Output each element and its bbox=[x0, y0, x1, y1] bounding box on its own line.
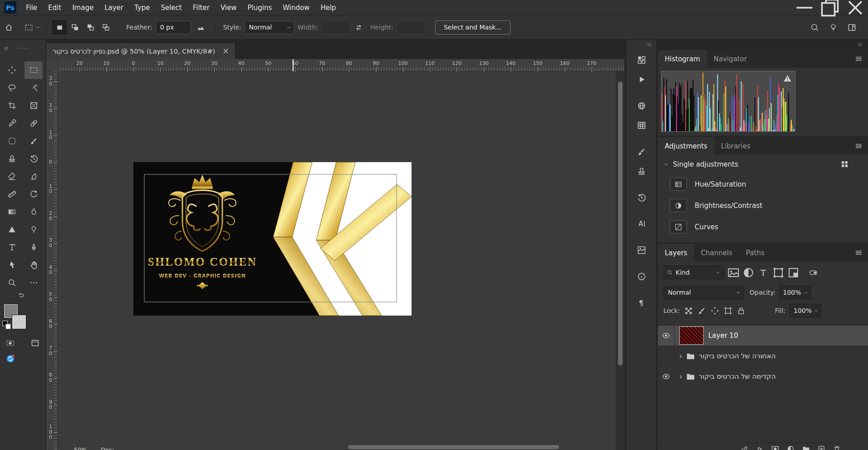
vertical-scrollbar[interactable] bbox=[616, 71, 624, 450]
group-expand-chevron-icon[interactable]: › bbox=[679, 352, 682, 360]
feather-input[interactable]: 0 px bbox=[156, 21, 191, 34]
adjustments-tab-libraries[interactable]: Libraries bbox=[714, 137, 757, 155]
crop-tool[interactable] bbox=[3, 97, 21, 114]
adjustment-item-2[interactable]: Curves bbox=[658, 216, 868, 237]
filter-adjustment-layers-icon[interactable] bbox=[742, 267, 755, 279]
restore-button[interactable] bbox=[817, 0, 843, 15]
canvas-area[interactable]: SHLOMO COHEN WEB DEV - GRAPHIC DESIGN 50… bbox=[58, 71, 616, 450]
style-select[interactable]: Normal bbox=[245, 21, 294, 34]
color-table-panel[interactable] bbox=[627, 115, 656, 135]
filter-smart-objects-icon[interactable] bbox=[787, 267, 799, 279]
new-layer-icon[interactable] bbox=[818, 445, 825, 450]
layers-tab-channels[interactable]: Channels bbox=[694, 244, 739, 262]
tool-presets-panel[interactable] bbox=[627, 161, 656, 181]
collapse-panels-icon[interactable] bbox=[857, 41, 863, 48]
lock-transparency-icon[interactable] bbox=[684, 307, 693, 315]
rectangular-marquee-tool[interactable] bbox=[25, 61, 43, 79]
shape-tool[interactable] bbox=[3, 221, 21, 238]
select-and-mask-button[interactable]: Select and Mask... bbox=[435, 20, 510, 35]
layers-panel-menu-icon[interactable] bbox=[855, 249, 863, 257]
smudge-tool[interactable] bbox=[25, 168, 43, 185]
layer-thumbnail[interactable] bbox=[680, 327, 703, 344]
tool-preset-dropdown[interactable] bbox=[23, 23, 42, 32]
layers-tab-layers[interactable]: Layers bbox=[658, 244, 694, 262]
screen-mode-icon[interactable] bbox=[31, 339, 39, 347]
history-brush-tool[interactable] bbox=[25, 150, 43, 168]
layers-tab-paths[interactable]: Paths bbox=[739, 244, 771, 262]
menu-edit[interactable]: Edit bbox=[43, 0, 67, 15]
fill-input[interactable]: 100% bbox=[790, 304, 821, 317]
zoom-tool[interactable] bbox=[3, 274, 21, 292]
menu-type[interactable]: Type bbox=[129, 0, 155, 15]
subtract-selection-button[interactable] bbox=[83, 20, 98, 35]
menu-window[interactable]: Window bbox=[277, 0, 315, 15]
new-group-icon[interactable] bbox=[802, 445, 810, 450]
histogram-tab-navigator[interactable]: Navigator bbox=[707, 50, 754, 68]
height-input[interactable] bbox=[397, 21, 426, 34]
group-row-1[interactable]: ›האחורה של הכרטיס ביקור bbox=[658, 346, 868, 366]
add-selection-button[interactable] bbox=[68, 20, 82, 35]
actions-panel[interactable] bbox=[627, 69, 656, 89]
spot-healing-tool[interactable] bbox=[25, 114, 43, 132]
adjustments-view-icon[interactable] bbox=[840, 160, 849, 168]
paragraph-panel[interactable]: ¶ bbox=[627, 293, 656, 312]
lock-pixels-icon[interactable] bbox=[697, 307, 706, 315]
sync-cloud-icon[interactable] bbox=[5, 354, 15, 364]
delete-layer-icon[interactable] bbox=[833, 445, 841, 450]
discover-lightbulb-icon[interactable] bbox=[829, 23, 838, 32]
filter-type-layers-icon[interactable]: T bbox=[757, 267, 770, 279]
more-tools-tool[interactable] bbox=[25, 274, 43, 292]
quick-mask-icon[interactable] bbox=[6, 339, 15, 347]
vertical-scrollbar-thumb[interactable] bbox=[618, 82, 623, 366]
lock-artboard-icon[interactable] bbox=[724, 307, 732, 315]
pen-tool[interactable] bbox=[25, 238, 43, 256]
histogram-tab-histogram[interactable]: Histogram bbox=[658, 50, 707, 68]
layer-row-0[interactable]: Layer 10 bbox=[658, 326, 868, 346]
lock-all-icon[interactable] bbox=[737, 307, 745, 315]
menu-help[interactable]: Help bbox=[315, 0, 341, 15]
search-icon[interactable] bbox=[810, 23, 819, 32]
character-panel[interactable]: A bbox=[627, 214, 656, 233]
group-expand-chevron-icon[interactable]: › bbox=[679, 373, 682, 381]
filter-toggle-icon[interactable] bbox=[809, 268, 818, 277]
status-zoom-value[interactable]: 50% bbox=[74, 446, 87, 450]
blend-mode-select[interactable]: Normal bbox=[663, 286, 744, 299]
home-icon[interactable] bbox=[5, 23, 13, 32]
tab-close-icon[interactable]: × bbox=[222, 47, 229, 55]
brush-settings-panel[interactable] bbox=[627, 142, 656, 161]
filter-kind-select[interactable]: Kind bbox=[663, 266, 724, 279]
new-selection-button[interactable] bbox=[52, 20, 67, 35]
clone-stamp-tool[interactable] bbox=[3, 150, 21, 168]
object-selection-tool[interactable] bbox=[25, 79, 43, 97]
frame-tool[interactable] bbox=[25, 97, 43, 114]
anti-alias-icon[interactable] bbox=[196, 23, 205, 32]
lock-position-icon[interactable] bbox=[711, 307, 719, 315]
vertical-ruler[interactable]: 3 02 01 001 02 03 04 05 06 07 08 09 01 0… bbox=[46, 71, 58, 450]
adjustments-panel-menu-icon[interactable] bbox=[855, 142, 863, 150]
libraries-panel[interactable] bbox=[627, 240, 656, 260]
eyedropper-tool[interactable] bbox=[3, 114, 21, 132]
menu-layer[interactable]: Layer bbox=[99, 0, 129, 15]
adjustment-item-0[interactable]: Hue/Saturation bbox=[658, 173, 868, 195]
path-selection-tool[interactable] bbox=[3, 256, 21, 274]
expand-panels-icon[interactable] bbox=[646, 41, 652, 48]
menu-file[interactable]: File bbox=[20, 0, 43, 15]
eraser-tool[interactable] bbox=[3, 168, 21, 185]
filter-shape-layers-icon[interactable] bbox=[772, 267, 785, 279]
default-colors-icon[interactable] bbox=[2, 321, 10, 329]
patch-tool[interactable] bbox=[3, 132, 21, 150]
menu-view[interactable]: View bbox=[215, 0, 242, 15]
opacity-input[interactable]: 100% bbox=[779, 286, 811, 299]
visibility-eye-icon[interactable] bbox=[658, 326, 675, 346]
new-adjustment-layer-icon[interactable] bbox=[787, 445, 794, 450]
lasso-tool[interactable] bbox=[3, 79, 21, 97]
visibility-toggle-empty[interactable] bbox=[658, 346, 675, 366]
histogram-panel-menu-icon[interactable] bbox=[855, 55, 863, 63]
globe-panel[interactable] bbox=[627, 96, 656, 115]
single-adjustments-section[interactable]: Single adjustments bbox=[658, 155, 868, 173]
info-panel[interactable] bbox=[627, 267, 656, 286]
gradient-tool[interactable] bbox=[3, 203, 21, 221]
width-input[interactable] bbox=[321, 21, 350, 34]
menu-select[interactable]: Select bbox=[155, 0, 187, 15]
background-color-swatch[interactable] bbox=[12, 315, 26, 329]
